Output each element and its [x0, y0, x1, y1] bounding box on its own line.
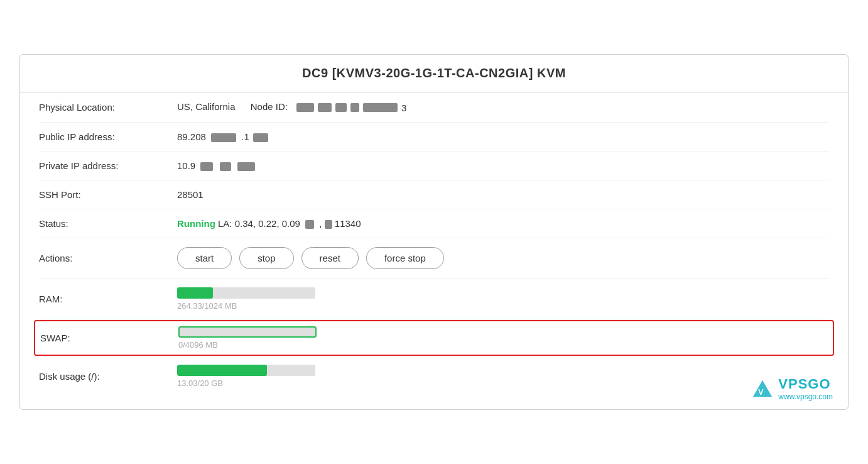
row-private-ip: Private IP address: 10.9	[39, 152, 829, 180]
status-running-text: Running	[177, 218, 215, 229]
redacted-3	[335, 103, 347, 112]
value-swap: 0/4096 MB	[178, 326, 828, 350]
value-ssh-port: 28501	[177, 189, 829, 200]
stop-button[interactable]: stop	[239, 247, 293, 269]
row-ram: RAM: 264.33/1024 MB	[39, 279, 829, 320]
redacted-priv2	[220, 162, 231, 171]
label-private-ip: Private IP address:	[39, 160, 177, 171]
watermark: V VPSGO www.vpsgo.com	[751, 376, 833, 402]
redacted-priv3	[237, 162, 255, 171]
start-button[interactable]: start	[177, 247, 232, 269]
reset-button[interactable]: reset	[301, 247, 359, 269]
label-ram: RAM:	[39, 294, 177, 304]
label-physical-location: Physical Location:	[39, 102, 177, 113]
public-ip-partial2: .1	[241, 131, 249, 142]
redacted-ip2	[253, 133, 268, 142]
node-id-value: 3	[296, 102, 406, 113]
disk-progress-label: 13.03/20 GB	[177, 378, 829, 388]
status-la-text: LA: 0.34, 0.22, 0.09	[218, 218, 300, 229]
node-id-label: Node ID:	[251, 101, 288, 112]
status-extra: ,	[319, 218, 324, 229]
value-disk: 13.03/20 GB	[177, 365, 829, 388]
node-id-suffix: 3	[401, 102, 406, 113]
value-status: Running LA: 0.34, 0.22, 0.09 , 11340	[177, 218, 829, 229]
redacted-status1	[305, 220, 314, 229]
status-extra2: 11340	[335, 218, 361, 229]
disk-progress-container: 13.03/20 GB	[177, 365, 829, 388]
location-text: US, California	[177, 101, 236, 112]
watermark-brand: VPSGO	[778, 376, 833, 392]
swap-progress-bg	[178, 326, 317, 338]
row-public-ip: Public IP address: 89.208 .1	[39, 123, 829, 152]
label-disk: Disk usage (/):	[39, 371, 177, 382]
redacted-status2	[325, 220, 332, 229]
value-public-ip: 89.208 .1	[177, 131, 829, 142]
value-actions: start stop reset force stop	[177, 247, 829, 269]
row-actions: Actions: start stop reset force stop	[39, 238, 829, 279]
redacted-5	[363, 103, 398, 112]
label-public-ip: Public IP address:	[39, 131, 177, 142]
redacted-ip1	[211, 133, 236, 142]
label-actions: Actions:	[39, 253, 177, 263]
server-info-card: DC9 [KVMV3-20G-1G-1T-CA-CN2GIA] KVM Phys…	[19, 54, 849, 410]
info-table: Physical Location: US, California Node I…	[20, 92, 848, 397]
ram-progress-label: 264.33/1024 MB	[177, 301, 829, 311]
swap-progress-fill	[178, 326, 317, 338]
swap-progress-container: 0/4096 MB	[178, 326, 828, 350]
value-physical-location: US, California Node ID: 3	[177, 101, 829, 113]
disk-progress-fill	[177, 365, 267, 376]
label-swap: SWAP:	[40, 333, 178, 343]
row-ssh-port: SSH Port: 28501	[39, 180, 829, 209]
label-status: Status:	[39, 218, 177, 229]
redacted-1	[296, 103, 314, 112]
private-ip-partial: 10.9	[177, 160, 195, 171]
ram-progress-container: 264.33/1024 MB	[177, 287, 829, 311]
vpsgo-logo-icon: V	[751, 377, 774, 400]
svg-text:V: V	[759, 388, 764, 397]
row-swap: SWAP: 0/4096 MB	[34, 320, 834, 356]
force-stop-button[interactable]: force stop	[366, 247, 444, 269]
watermark-text-block: VPSGO www.vpsgo.com	[778, 376, 833, 402]
redacted-4	[350, 103, 359, 112]
row-status: Status: Running LA: 0.34, 0.22, 0.09 , 1…	[39, 209, 829, 238]
swap-progress-label: 0/4096 MB	[178, 340, 828, 350]
value-ram: 264.33/1024 MB	[177, 287, 829, 311]
redacted-priv1	[200, 162, 213, 171]
disk-progress-bg	[177, 365, 315, 376]
public-ip-partial: 89.208	[177, 131, 206, 142]
row-disk: Disk usage (/): 13.03/20 GB	[39, 356, 829, 397]
ram-progress-bg	[177, 287, 315, 299]
watermark-url: www.vpsgo.com	[778, 392, 833, 401]
value-private-ip: 10.9	[177, 160, 829, 171]
redacted-2	[318, 103, 332, 112]
label-ssh-port: SSH Port:	[39, 189, 177, 200]
ram-progress-fill	[177, 287, 213, 299]
row-physical-location: Physical Location: US, California Node I…	[39, 92, 829, 123]
card-title: DC9 [KVMV3-20G-1G-1T-CA-CN2GIA] KVM	[20, 55, 848, 92]
